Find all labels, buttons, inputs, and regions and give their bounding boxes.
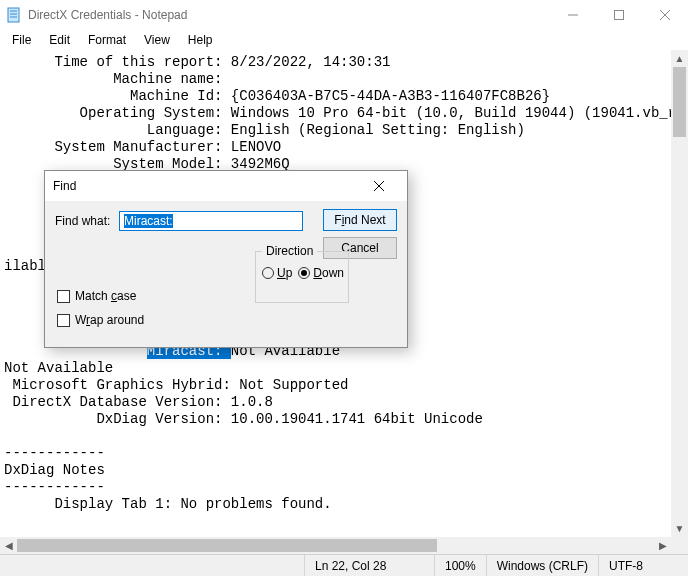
status-bar: Ln 22, Col 28 100% Windows (CRLF) UTF-8	[0, 554, 688, 576]
radio-icon	[262, 267, 274, 279]
find-dialog-title: Find	[53, 179, 359, 193]
direction-down-radio[interactable]: Down	[298, 266, 344, 280]
status-spacer	[0, 555, 304, 576]
status-encoding: UTF-8	[598, 555, 688, 576]
editor-line: System Manufacturer: LENOVO	[4, 139, 671, 156]
window-title: DirectX Credentials - Notepad	[28, 8, 187, 22]
editor-line: Machine name:	[4, 71, 671, 88]
direction-label: Direction	[262, 244, 317, 258]
window-controls	[550, 0, 688, 30]
horizontal-scroll-thumb[interactable]	[17, 539, 437, 552]
status-eol: Windows (CRLF)	[486, 555, 598, 576]
editor-line: Operating System: Windows 10 Pro 64-bit …	[4, 105, 671, 122]
wrap-around-checkbox[interactable]: Wrap around	[57, 313, 144, 327]
menu-format[interactable]: Format	[80, 31, 134, 49]
editor-line: Display Tab 1: No problems found.	[4, 496, 671, 513]
window-titlebar: DirectX Credentials - Notepad	[0, 0, 688, 30]
editor-line: ------------	[4, 479, 671, 496]
vertical-scroll-thumb[interactable]	[673, 67, 686, 137]
editor-line: Language: English (Regional Setting: Eng…	[4, 122, 671, 139]
find-what-label: Find what:	[55, 214, 113, 228]
editor-line: DirectX Database Version: 1.0.8	[4, 394, 671, 411]
editor-line: Time of this report: 8/23/2022, 14:30:31	[4, 54, 671, 71]
editor-line	[4, 428, 671, 445]
scroll-right-icon[interactable]: ▶	[654, 537, 671, 554]
scroll-corner	[671, 537, 688, 554]
menu-view[interactable]: View	[136, 31, 178, 49]
find-close-button[interactable]	[359, 172, 399, 200]
minimize-button[interactable]	[550, 0, 596, 30]
notepad-icon	[6, 7, 22, 23]
menu-help[interactable]: Help	[180, 31, 221, 49]
close-button[interactable]	[642, 0, 688, 30]
status-lncol: Ln 22, Col 28	[304, 555, 434, 576]
maximize-button[interactable]	[596, 0, 642, 30]
find-next-button[interactable]: Find Next	[323, 209, 397, 231]
find-what-input[interactable]	[119, 211, 303, 231]
match-case-checkbox[interactable]: Match case	[57, 289, 144, 303]
find-dialog-titlebar[interactable]: Find	[45, 171, 407, 201]
svg-rect-0	[8, 8, 19, 22]
menu-bar: File Edit Format View Help	[0, 30, 688, 50]
editor-line: DxDiag Notes	[4, 462, 671, 479]
scroll-left-icon[interactable]: ◀	[0, 537, 17, 554]
menu-file[interactable]: File	[4, 31, 39, 49]
menu-edit[interactable]: Edit	[41, 31, 78, 49]
editor-line: Microsoft Graphics Hybrid: Not Supported	[4, 377, 671, 394]
status-zoom: 100%	[434, 555, 486, 576]
checkbox-icon	[57, 290, 70, 303]
editor-line: Not Available	[4, 360, 671, 377]
editor-line: ------------	[4, 445, 671, 462]
svg-rect-5	[615, 11, 624, 20]
direction-group: Direction Up Down	[255, 251, 349, 303]
checkbox-icon	[57, 314, 70, 327]
editor-line: DxDiag Version: 10.00.19041.1741 64bit U…	[4, 411, 671, 428]
scroll-down-icon[interactable]: ▼	[671, 520, 688, 537]
find-dialog: Find Find what: Find Next Cancel Directi…	[44, 170, 408, 348]
scroll-up-icon[interactable]: ▲	[671, 50, 688, 67]
direction-up-radio[interactable]: Up	[262, 266, 292, 280]
radio-icon	[298, 267, 310, 279]
horizontal-scrollbar[interactable]: ◀ ▶	[0, 537, 671, 554]
vertical-scrollbar[interactable]: ▲ ▼	[671, 50, 688, 537]
editor-line: Machine Id: {C036403A-B7C5-44DA-A3B3-116…	[4, 88, 671, 105]
